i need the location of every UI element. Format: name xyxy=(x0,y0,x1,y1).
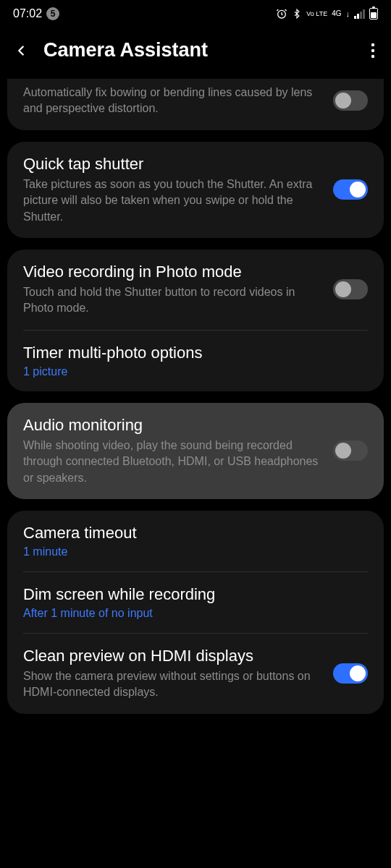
distortion-desc: Automatically fix bowing or bending line… xyxy=(23,85,321,117)
video-photo-setting[interactable]: Video recording in Photo mode Touch and … xyxy=(7,250,384,330)
signal-icon xyxy=(354,9,365,19)
volte-icon: Vo LTE xyxy=(306,11,327,17)
alarm-icon xyxy=(276,8,287,20)
video-photo-desc: Touch and hold the Shutter button to rec… xyxy=(23,284,321,317)
svg-point-1 xyxy=(371,43,374,46)
audio-card: Audio monitoring While shooting video, p… xyxy=(7,403,384,499)
hdmi-title: Clean preview on HDMI displays xyxy=(23,647,321,665)
video-photo-toggle[interactable] xyxy=(333,279,368,299)
quick-tap-desc: Take pictures as soon as you touch the S… xyxy=(23,176,321,225)
download-icon: ↓ xyxy=(346,9,350,18)
video-photo-title: Video recording in Photo mode xyxy=(23,263,321,281)
timeout-dim-hdmi-card: Camera timeout 1 minute Dim screen while… xyxy=(7,511,384,714)
timer-value: 1 picture xyxy=(23,365,368,378)
header: Camera Assistant xyxy=(0,25,391,79)
video-timer-card: Video recording in Photo mode Touch and … xyxy=(7,250,384,391)
hdmi-desc: Show the camera preview without settings… xyxy=(23,668,321,701)
status-bar: 07:02 5 Vo LTE 4G ↓ xyxy=(0,0,391,25)
dim-value: After 1 minute of no input xyxy=(23,607,368,620)
battery-icon xyxy=(369,8,378,20)
timeout-setting[interactable]: Camera timeout 1 minute xyxy=(7,511,384,571)
timer-setting[interactable]: Timer multi-photo options 1 picture xyxy=(7,331,384,391)
timeout-title: Camera timeout xyxy=(23,524,368,542)
network-type-icon: 4G xyxy=(332,10,341,17)
bluetooth-icon xyxy=(292,8,302,20)
status-left: 07:02 5 xyxy=(13,7,59,20)
hdmi-setting[interactable]: Clean preview on HDMI displays Show the … xyxy=(7,634,384,714)
distortion-setting[interactable]: Automatically fix bowing or bending line… xyxy=(7,79,384,130)
hdmi-toggle[interactable] xyxy=(333,663,368,684)
settings-content: Automatically fix bowing or bending line… xyxy=(0,79,391,714)
audio-toggle[interactable] xyxy=(333,441,368,461)
timeout-value: 1 minute xyxy=(23,545,368,558)
audio-desc: While shooting video, play the sound bei… xyxy=(23,438,321,486)
quick-tap-card: Quick tap shutter Take pictures as soon … xyxy=(7,142,384,238)
timer-title: Timer multi-photo options xyxy=(23,344,368,362)
distortion-card: Automatically fix bowing or bending line… xyxy=(7,79,384,130)
dim-setting[interactable]: Dim screen while recording After 1 minut… xyxy=(7,572,384,633)
dim-title: Dim screen while recording xyxy=(23,585,368,604)
status-right: Vo LTE 4G ↓ xyxy=(276,8,378,20)
audio-title: Audio monitoring xyxy=(23,416,321,435)
more-button[interactable] xyxy=(368,43,378,59)
notification-badge: 5 xyxy=(46,7,59,20)
back-button[interactable] xyxy=(13,43,29,59)
quick-tap-title: Quick tap shutter xyxy=(23,155,321,174)
quick-tap-toggle[interactable] xyxy=(333,179,368,200)
distortion-toggle[interactable] xyxy=(333,90,368,111)
audio-setting[interactable]: Audio monitoring While shooting video, p… xyxy=(7,403,384,499)
svg-point-3 xyxy=(371,54,374,57)
quick-tap-setting[interactable]: Quick tap shutter Take pictures as soon … xyxy=(7,142,384,238)
page-title: Camera Assistant xyxy=(43,39,353,61)
status-time: 07:02 xyxy=(13,7,42,20)
svg-point-2 xyxy=(371,48,374,51)
